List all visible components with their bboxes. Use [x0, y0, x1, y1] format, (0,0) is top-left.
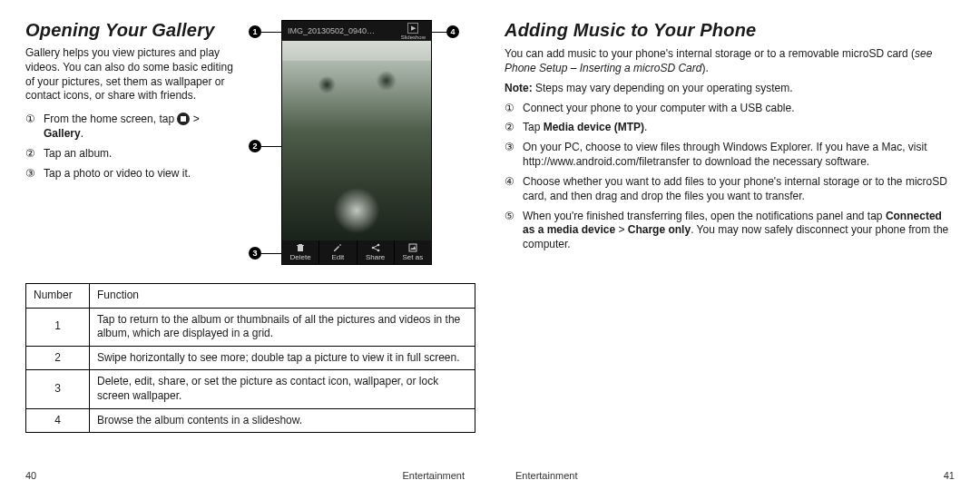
music-step-3: ③ On your PC, choose to view files throu…: [505, 141, 955, 170]
section-label: Entertainment: [515, 470, 577, 481]
action-setas: Set as: [395, 240, 431, 264]
page-number: 41: [944, 470, 955, 481]
screenshot-header: IMG_20130502_0940… ▶ Slideshow: [282, 21, 431, 41]
gallery-steps: ① From the home screen, tap > Gallery. ②…: [25, 113, 240, 181]
image-icon: [408, 243, 417, 252]
callout-dot: 4: [446, 25, 459, 38]
action-delete: Delete: [282, 240, 319, 264]
phone-screenshot: IMG_20130502_0940… ▶ Slideshow Delete Ed…: [281, 20, 432, 265]
step-text: Tap an album.: [44, 147, 240, 162]
table-row: 2Swipe horizontally to see more; double …: [26, 346, 475, 370]
step-marker: ④: [505, 175, 517, 204]
callout-3: 3: [249, 247, 281, 260]
gallery-step-1: ① From the home screen, tap > Gallery.: [25, 113, 240, 142]
heading-gallery: Opening Your Gallery: [25, 20, 240, 41]
callout-dot: 3: [249, 247, 261, 260]
step-bold: Gallery: [44, 127, 81, 140]
step-text: From the home screen, tap: [44, 113, 177, 125]
step-text: On your PC, choose to view files through…: [523, 141, 955, 170]
heading-music: Adding Music to Your Phone: [505, 20, 955, 41]
col-number: Number: [26, 284, 90, 309]
section-label: Entertainment: [403, 470, 465, 481]
action-share: Share: [358, 240, 395, 264]
callout-1: 1: [249, 25, 281, 38]
action-edit: Edit: [319, 240, 357, 264]
step-marker: ②: [505, 121, 517, 135]
table-row: 3Delete, edit, share, or set the picture…: [26, 370, 475, 408]
step-text: Tap a photo or video to view it.: [44, 167, 240, 181]
page-number: 40: [25, 470, 36, 481]
step-marker: ②: [25, 147, 38, 162]
function-table: Number Function 1Tap to return to the al…: [25, 283, 475, 433]
screenshot-wrapper: 1 2 3 4 IMG_20130502_0940… ▶ Slideshow D…: [249, 20, 459, 265]
gallery-step-2: ② Tap an album.: [25, 147, 240, 162]
table-header-row: Number Function: [26, 284, 475, 309]
intro-music: You can add music to your phone's intern…: [505, 46, 955, 75]
screenshot-photo: [282, 41, 431, 240]
music-steps: ① Connect your phone to your computer wi…: [505, 102, 955, 252]
music-step-2: ② Tap Media device (MTP).: [505, 121, 955, 135]
screenshot-action-bar: Delete Edit Share Set as: [282, 240, 431, 264]
step-marker: ③: [25, 167, 38, 181]
table-row: 1Tap to return to the album or thumbnail…: [26, 308, 475, 346]
step-text: >: [190, 113, 199, 125]
callout-dot: 1: [249, 25, 261, 38]
music-step-1: ① Connect your phone to your computer wi…: [505, 102, 955, 116]
col-function: Function: [90, 284, 475, 309]
trash-icon: [296, 243, 305, 252]
step-text: Choose whether you want to add files to …: [523, 175, 955, 204]
table-row: 4Browse the album contents in a slidesho…: [26, 408, 475, 433]
footer-left: 40 Entertainment: [25, 470, 465, 481]
intro-gallery: Gallery helps you view pictures and play…: [25, 46, 240, 103]
screenshot-filename: IMG_20130502_0940…: [288, 26, 375, 35]
pencil-icon: [333, 243, 342, 252]
step-marker: ③: [505, 141, 517, 170]
note-line: Note: Steps may vary depending on your o…: [505, 81, 955, 95]
callout-dot: 2: [249, 140, 261, 152]
callout-2: 2: [249, 140, 281, 152]
step-text: Connect your phone to your computer with…: [523, 102, 955, 116]
gallery-step-3: ③ Tap a photo or video to view it.: [25, 167, 240, 181]
apps-grid-icon: [177, 113, 190, 125]
page-right: Adding Music to Your Phone You can add m…: [490, 0, 980, 490]
step-marker: ①: [505, 102, 517, 116]
play-icon: ▶: [407, 23, 418, 34]
step-text: .: [81, 127, 83, 140]
svg-rect-3: [409, 244, 416, 251]
page-left: Opening Your Gallery Gallery helps you v…: [0, 0, 490, 490]
music-step-4: ④ Choose whether you want to add files t…: [505, 175, 955, 204]
music-step-5: ⑤ When you're finished transferring file…: [505, 210, 955, 252]
footer-right: Entertainment 41: [515, 470, 955, 481]
step-marker: ⑤: [505, 210, 517, 252]
share-icon: [371, 243, 380, 252]
callout-4: 4: [430, 25, 459, 38]
step-marker: ①: [25, 113, 38, 142]
slideshow-label: Slideshow: [401, 34, 426, 40]
page-spread: Opening Your Gallery Gallery helps you v…: [0, 0, 980, 490]
